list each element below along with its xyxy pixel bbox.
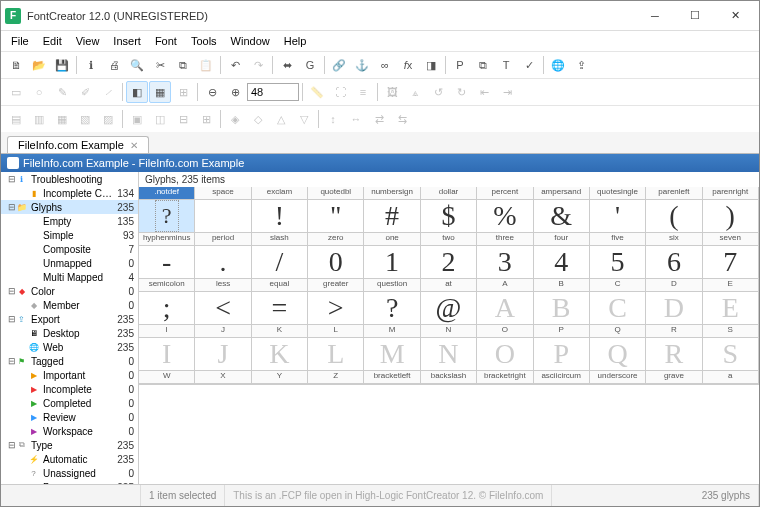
- tree-item[interactable]: Composite7: [1, 242, 138, 256]
- glyph-cell[interactable]: underscore: [589, 370, 646, 385]
- glyph-cell[interactable]: quotesingle': [589, 187, 646, 233]
- glyph-cell[interactable]: numbersign#: [363, 187, 420, 233]
- glyph-cell[interactable]: grave: [645, 370, 702, 385]
- tab-close-icon[interactable]: ✕: [130, 140, 138, 151]
- compare-icon[interactable]: ⧉: [472, 54, 494, 76]
- document-tab[interactable]: FileInfo.com Example ✕: [7, 136, 149, 153]
- copy-icon[interactable]: ⧉: [172, 54, 194, 76]
- sidebar-tree[interactable]: ⊟ℹTroubleshooting▮Incomplete Chara...134…: [1, 172, 139, 484]
- export-icon[interactable]: ⇪: [570, 54, 592, 76]
- glyph-cell[interactable]: II: [139, 324, 195, 371]
- menu-file[interactable]: File: [5, 34, 35, 48]
- glyph-cell[interactable]: equal=: [251, 278, 308, 325]
- glyph-cell[interactable]: quotedbl": [307, 187, 364, 233]
- menu-view[interactable]: View: [70, 34, 106, 48]
- glyph-cell[interactable]: KK: [251, 324, 308, 371]
- infinity-icon[interactable]: ∞: [374, 54, 396, 76]
- tree-item[interactable]: Unmapped0: [1, 256, 138, 270]
- zoom-in-icon[interactable]: ⊕: [224, 81, 246, 103]
- tree-item[interactable]: Multi Mapped4: [1, 270, 138, 284]
- tree-item[interactable]: ▶Workspace0: [1, 424, 138, 438]
- glyph-cell[interactable]: QQ: [589, 324, 646, 371]
- fx-icon[interactable]: fx: [397, 54, 419, 76]
- menu-insert[interactable]: Insert: [107, 34, 147, 48]
- tree-item[interactable]: ▮Incomplete Chara...134: [1, 186, 138, 200]
- glyph-cell[interactable]: Y: [251, 370, 308, 385]
- glyph-cell[interactable]: slash/: [251, 232, 308, 279]
- glyph-cell[interactable]: Z: [307, 370, 364, 385]
- glyph-cell[interactable]: at@: [420, 278, 477, 325]
- glyph-cell[interactable]: ampersand&: [533, 187, 590, 233]
- glyph-cell[interactable]: exclam!: [251, 187, 308, 233]
- glyph-cell[interactable]: a: [702, 370, 759, 385]
- menu-font[interactable]: Font: [149, 34, 183, 48]
- tree-item[interactable]: ⊟📁Glyphs235: [1, 200, 138, 214]
- glyph-cell[interactable]: zero0: [307, 232, 364, 279]
- glyph-cell[interactable]: EE: [702, 278, 759, 325]
- check-icon[interactable]: ✓: [518, 54, 540, 76]
- tree-item[interactable]: ▶Completed0: [1, 396, 138, 410]
- tree-item[interactable]: ?Unassigned0: [1, 466, 138, 480]
- tree-item[interactable]: Simple93: [1, 228, 138, 242]
- tree-item[interactable]: Empty135: [1, 214, 138, 228]
- minimize-button[interactable]: ─: [635, 2, 675, 30]
- print-icon[interactable]: 🖨: [103, 54, 125, 76]
- glyph-cell[interactable]: CC: [589, 278, 646, 325]
- glyph-cell[interactable]: four4: [533, 232, 590, 279]
- preview-icon[interactable]: P: [449, 54, 471, 76]
- search-icon[interactable]: 🔍: [126, 54, 148, 76]
- zoom-input[interactable]: [247, 83, 299, 101]
- tree-item[interactable]: ⊟◆Color0: [1, 284, 138, 298]
- tree-item[interactable]: ⚡Automatic235: [1, 452, 138, 466]
- tree-item[interactable]: ⊟⚑Tagged0: [1, 354, 138, 368]
- glyph-cell[interactable]: semicolon;: [139, 278, 195, 325]
- text-test-icon[interactable]: T: [495, 54, 517, 76]
- glyph-grid[interactable]: .notdef?spaceexclam!quotedbl"numbersign#…: [139, 187, 759, 484]
- tree-item[interactable]: 🌐Web235: [1, 340, 138, 354]
- glyph-cell[interactable]: parenleft(: [645, 187, 702, 233]
- glyph-cell[interactable]: RR: [645, 324, 702, 371]
- pattern-icon[interactable]: ▦: [149, 81, 171, 103]
- glyph-cell[interactable]: AA: [476, 278, 533, 325]
- glyph-cell[interactable]: asciicircum: [533, 370, 590, 385]
- web-preview-icon[interactable]: 🌐: [547, 54, 569, 76]
- glyph-cell[interactable]: DD: [645, 278, 702, 325]
- eraser-icon[interactable]: ◨: [420, 54, 442, 76]
- glyph-cell[interactable]: dollar$: [420, 187, 477, 233]
- menu-tools[interactable]: Tools: [185, 34, 223, 48]
- tree-item[interactable]: ◆Member0: [1, 298, 138, 312]
- glyph-cell[interactable]: bracketleft: [363, 370, 420, 385]
- glyph-cell[interactable]: one1: [363, 232, 420, 279]
- transform-icon[interactable]: ⬌: [276, 54, 298, 76]
- tree-item[interactable]: ⊟⧉Type235: [1, 438, 138, 452]
- glyph-cell[interactable]: SS: [702, 324, 759, 371]
- glyph-cell[interactable]: JJ: [194, 324, 251, 371]
- glyph-cell[interactable]: PP: [533, 324, 590, 371]
- glyph-cell[interactable]: MM: [363, 324, 420, 371]
- glyph-cell[interactable]: seven7: [702, 232, 759, 279]
- glyph-cell[interactable]: less<: [194, 278, 251, 325]
- glyph-props-icon[interactable]: G: [299, 54, 321, 76]
- menu-edit[interactable]: Edit: [37, 34, 68, 48]
- glyph-cell[interactable]: six6: [645, 232, 702, 279]
- glyph-cell[interactable]: BB: [533, 278, 590, 325]
- glyph-cell[interactable]: bracketright: [476, 370, 533, 385]
- glyph-cell[interactable]: LL: [307, 324, 364, 371]
- tree-item[interactable]: ▶Review0: [1, 410, 138, 424]
- menu-help[interactable]: Help: [278, 34, 313, 48]
- anchor-icon[interactable]: ⚓: [351, 54, 373, 76]
- font-info-icon[interactable]: ℹ: [80, 54, 102, 76]
- glyph-cell[interactable]: two2: [420, 232, 477, 279]
- maximize-button[interactable]: ☐: [675, 2, 715, 30]
- zoom-out-icon[interactable]: ⊖: [201, 81, 223, 103]
- glyph-cell[interactable]: W: [139, 370, 195, 385]
- glyph-cell[interactable]: hyphenminus-: [139, 232, 195, 279]
- tree-item[interactable]: ⊟ℹTroubleshooting: [1, 172, 138, 186]
- tree-item[interactable]: 🖥Desktop235: [1, 326, 138, 340]
- glyph-cell[interactable]: NN: [420, 324, 477, 371]
- fill-toggle-icon[interactable]: ◧: [126, 81, 148, 103]
- link-icon[interactable]: 🔗: [328, 54, 350, 76]
- menu-window[interactable]: Window: [225, 34, 276, 48]
- glyph-cell[interactable]: percent%: [476, 187, 533, 233]
- glyph-cell[interactable]: .notdef?: [139, 187, 195, 233]
